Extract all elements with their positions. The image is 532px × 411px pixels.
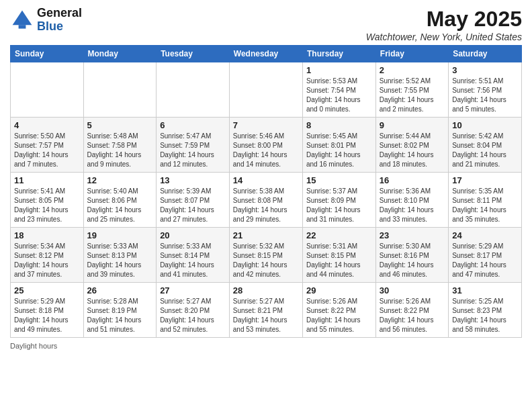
day-info: Sunrise: 5:51 AM Sunset: 7:56 PM Dayligh…: [452, 77, 518, 114]
calendar-day-cell: 10Sunrise: 5:42 AM Sunset: 8:04 PM Dayli…: [449, 118, 522, 173]
calendar-header-cell: Monday: [83, 46, 157, 62]
day-number: 22: [306, 230, 372, 240]
day-number: 16: [380, 175, 445, 185]
day-number: 26: [87, 285, 153, 295]
calendar-day-cell: 1Sunrise: 5:53 AM Sunset: 7:54 PM Daylig…: [302, 62, 375, 118]
calendar-day-cell: 23Sunrise: 5:30 AM Sunset: 8:16 PM Dayli…: [375, 228, 448, 283]
day-info: Sunrise: 5:46 AM Sunset: 8:00 PM Dayligh…: [233, 132, 299, 169]
day-number: 14: [233, 175, 299, 185]
page-header: General Blue May 2025 Watchtower, New Yo…: [10, 7, 522, 42]
calendar-day-cell: [229, 62, 302, 118]
calendar-day-cell: 31Sunrise: 5:25 AM Sunset: 8:23 PM Dayli…: [449, 283, 522, 338]
calendar-table: SundayMondayTuesdayWednesdayThursdayFrid…: [10, 45, 522, 338]
calendar-day-cell: 4Sunrise: 5:50 AM Sunset: 7:57 PM Daylig…: [11, 118, 84, 173]
location: Watchtower, New York, United States: [366, 32, 522, 42]
calendar-day-cell: 7Sunrise: 5:46 AM Sunset: 8:00 PM Daylig…: [229, 118, 302, 173]
calendar-day-cell: 19Sunrise: 5:33 AM Sunset: 8:13 PM Dayli…: [83, 228, 157, 283]
calendar-day-cell: 6Sunrise: 5:47 AM Sunset: 7:59 PM Daylig…: [157, 118, 230, 173]
day-info: Sunrise: 5:27 AM Sunset: 8:21 PM Dayligh…: [233, 297, 299, 334]
calendar-header-row: SundayMondayTuesdayWednesdayThursdayFrid…: [11, 46, 522, 62]
day-info: Sunrise: 5:34 AM Sunset: 8:12 PM Dayligh…: [14, 242, 80, 279]
day-info: Sunrise: 5:35 AM Sunset: 8:11 PM Dayligh…: [452, 187, 518, 224]
calendar-day-cell: 13Sunrise: 5:39 AM Sunset: 8:07 PM Dayli…: [157, 173, 230, 228]
calendar-week-row: 1Sunrise: 5:53 AM Sunset: 7:54 PM Daylig…: [11, 62, 522, 118]
calendar-day-cell: 27Sunrise: 5:27 AM Sunset: 8:20 PM Dayli…: [157, 283, 230, 338]
day-info: Sunrise: 5:26 AM Sunset: 8:22 PM Dayligh…: [306, 297, 372, 334]
day-number: 9: [380, 120, 445, 130]
calendar-week-row: 4Sunrise: 5:50 AM Sunset: 7:57 PM Daylig…: [11, 118, 522, 173]
logo-icon: [10, 8, 34, 32]
day-info: Sunrise: 5:29 AM Sunset: 8:18 PM Dayligh…: [14, 297, 80, 334]
day-info: Sunrise: 5:40 AM Sunset: 8:06 PM Dayligh…: [87, 187, 153, 224]
day-number: 27: [160, 285, 226, 295]
day-number: 21: [233, 230, 299, 240]
day-number: 13: [160, 175, 226, 185]
day-number: 31: [452, 285, 518, 295]
day-info: Sunrise: 5:30 AM Sunset: 8:16 PM Dayligh…: [380, 242, 445, 279]
calendar-week-row: 18Sunrise: 5:34 AM Sunset: 8:12 PM Dayli…: [11, 228, 522, 283]
calendar-day-cell: 21Sunrise: 5:32 AM Sunset: 8:15 PM Dayli…: [229, 228, 302, 283]
calendar-day-cell: 18Sunrise: 5:34 AM Sunset: 8:12 PM Dayli…: [11, 228, 84, 283]
day-number: 25: [14, 285, 80, 295]
calendar-day-cell: 16Sunrise: 5:36 AM Sunset: 8:10 PM Dayli…: [375, 173, 448, 228]
day-info: Sunrise: 5:28 AM Sunset: 8:19 PM Dayligh…: [87, 297, 153, 334]
calendar-day-cell: 12Sunrise: 5:40 AM Sunset: 8:06 PM Dayli…: [83, 173, 157, 228]
calendar-header-cell: Sunday: [11, 46, 84, 62]
calendar-day-cell: 9Sunrise: 5:44 AM Sunset: 8:02 PM Daylig…: [375, 118, 448, 173]
day-number: 24: [452, 230, 518, 240]
day-info: Sunrise: 5:52 AM Sunset: 7:55 PM Dayligh…: [380, 77, 445, 114]
calendar-day-cell: 2Sunrise: 5:52 AM Sunset: 7:55 PM Daylig…: [375, 62, 448, 118]
day-info: Sunrise: 5:33 AM Sunset: 8:14 PM Dayligh…: [160, 242, 226, 279]
calendar-header-cell: Friday: [375, 46, 448, 62]
day-number: 2: [380, 65, 445, 75]
calendar-week-row: 11Sunrise: 5:41 AM Sunset: 8:05 PM Dayli…: [11, 173, 522, 228]
day-info: Sunrise: 5:38 AM Sunset: 8:08 PM Dayligh…: [233, 187, 299, 224]
day-number: 7: [233, 120, 299, 130]
day-number: 11: [14, 175, 80, 185]
day-number: 6: [160, 120, 226, 130]
svg-rect-1: [19, 25, 26, 28]
calendar-day-cell: 28Sunrise: 5:27 AM Sunset: 8:21 PM Dayli…: [229, 283, 302, 338]
day-number: 17: [452, 175, 518, 185]
day-info: Sunrise: 5:47 AM Sunset: 7:59 PM Dayligh…: [160, 132, 226, 169]
calendar-day-cell: [83, 62, 157, 118]
day-number: 3: [452, 65, 518, 75]
calendar-day-cell: 24Sunrise: 5:29 AM Sunset: 8:17 PM Dayli…: [449, 228, 522, 283]
day-info: Sunrise: 5:48 AM Sunset: 7:58 PM Dayligh…: [87, 132, 153, 169]
day-number: 12: [87, 175, 153, 185]
day-info: Sunrise: 5:36 AM Sunset: 8:10 PM Dayligh…: [380, 187, 445, 224]
calendar-day-cell: 3Sunrise: 5:51 AM Sunset: 7:56 PM Daylig…: [449, 62, 522, 118]
calendar-day-cell: 20Sunrise: 5:33 AM Sunset: 8:14 PM Dayli…: [157, 228, 230, 283]
calendar-day-cell: [157, 62, 230, 118]
calendar-day-cell: 15Sunrise: 5:37 AM Sunset: 8:09 PM Dayli…: [302, 173, 375, 228]
logo: General Blue: [10, 7, 82, 34]
title-block: May 2025 Watchtower, New York, United St…: [366, 7, 522, 42]
svg-marker-0: [13, 10, 32, 25]
calendar-week-row: 25Sunrise: 5:29 AM Sunset: 8:18 PM Dayli…: [11, 283, 522, 338]
calendar-day-cell: 29Sunrise: 5:26 AM Sunset: 8:22 PM Dayli…: [302, 283, 375, 338]
calendar-day-cell: 11Sunrise: 5:41 AM Sunset: 8:05 PM Dayli…: [11, 173, 84, 228]
calendar-header-cell: Saturday: [449, 46, 522, 62]
day-number: 19: [87, 230, 153, 240]
day-info: Sunrise: 5:26 AM Sunset: 8:22 PM Dayligh…: [380, 297, 445, 334]
day-info: Sunrise: 5:44 AM Sunset: 8:02 PM Dayligh…: [380, 132, 445, 169]
day-number: 29: [306, 285, 372, 295]
day-info: Sunrise: 5:31 AM Sunset: 8:15 PM Dayligh…: [306, 242, 372, 279]
day-info: Sunrise: 5:45 AM Sunset: 8:01 PM Dayligh…: [306, 132, 372, 169]
calendar-day-cell: 17Sunrise: 5:35 AM Sunset: 8:11 PM Dayli…: [449, 173, 522, 228]
calendar-day-cell: 30Sunrise: 5:26 AM Sunset: 8:22 PM Dayli…: [375, 283, 448, 338]
day-number: 15: [306, 175, 372, 185]
day-number: 23: [380, 230, 445, 240]
calendar-header-cell: Wednesday: [229, 46, 302, 62]
day-info: Sunrise: 5:50 AM Sunset: 7:57 PM Dayligh…: [14, 132, 80, 169]
day-number: 18: [14, 230, 80, 240]
logo-blue: Blue: [37, 19, 63, 33]
calendar-day-cell: 14Sunrise: 5:38 AM Sunset: 8:08 PM Dayli…: [229, 173, 302, 228]
calendar-header-cell: Tuesday: [157, 46, 230, 62]
day-info: Sunrise: 5:39 AM Sunset: 8:07 PM Dayligh…: [160, 187, 226, 224]
day-info: Sunrise: 5:53 AM Sunset: 7:54 PM Dayligh…: [306, 77, 372, 114]
calendar-header-cell: Thursday: [302, 46, 375, 62]
day-info: Sunrise: 5:33 AM Sunset: 8:13 PM Dayligh…: [87, 242, 153, 279]
logo-general: General: [37, 6, 82, 19]
day-number: 8: [306, 120, 372, 130]
